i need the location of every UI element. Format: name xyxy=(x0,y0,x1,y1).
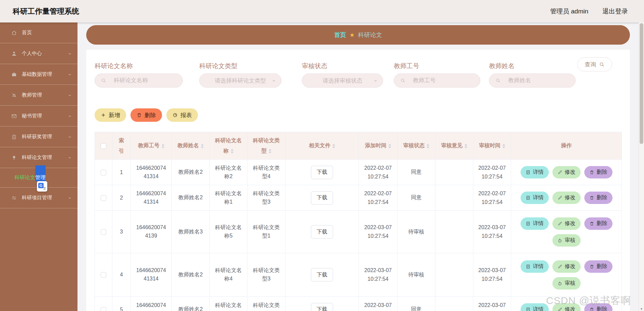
delete-button[interactable]: 删除 xyxy=(130,108,162,122)
download-button[interactable]: 下载 xyxy=(311,303,333,311)
translate-popup[interactable]: G 文 xyxy=(37,181,47,192)
breadcrumb-home-link[interactable]: 首页 xyxy=(334,31,346,39)
col-header-added[interactable]: 添加时间 xyxy=(359,132,397,160)
detail-button[interactable]: 详情 xyxy=(521,303,549,311)
cell-paper-name: 科研论文名称1 xyxy=(210,185,248,211)
sort-caret-icon[interactable] xyxy=(502,143,505,150)
remove-button[interactable]: 删除 xyxy=(584,217,612,230)
scrollbar-down-arrow-icon[interactable]: ▾ xyxy=(639,307,644,311)
download-button[interactable]: 下载 xyxy=(311,225,333,239)
filter-label: 审核状态 xyxy=(302,62,383,70)
cell-opinion xyxy=(435,185,473,211)
filter-teacher-name: 教师姓名 xyxy=(489,62,576,88)
sort-caret-icon[interactable] xyxy=(388,143,391,150)
filter-teacher-id: 教师工号 xyxy=(394,62,480,88)
cell-added-time: 2022-03-07 10:27:54 xyxy=(359,253,397,297)
sort-caret-icon[interactable] xyxy=(231,148,233,155)
watermark: CSDN @说书客啊 xyxy=(546,294,631,308)
row-checkbox[interactable] xyxy=(101,307,106,311)
select-placeholder: 请选择审核状态 xyxy=(323,77,363,85)
thumbs-up-icon xyxy=(557,238,562,243)
sort-caret-icon[interactable] xyxy=(465,143,467,150)
sidebar-item-paper-mgmt[interactable]: 科研论文管理 xyxy=(0,147,77,168)
edit-button[interactable]: 修改 xyxy=(552,192,581,204)
document-icon xyxy=(526,307,531,311)
pie-chart-icon xyxy=(172,112,178,118)
paper-type-select[interactable]: 请选择科研论文类型 xyxy=(199,73,281,88)
cell-teacher-name: 教师姓名2 xyxy=(172,253,210,297)
col-header-opinion[interactable]: 审核意见 xyxy=(435,132,473,160)
sort-caret-icon[interactable] xyxy=(269,148,271,155)
cell-opinion xyxy=(435,253,473,297)
download-button[interactable]: 下载 xyxy=(311,268,333,281)
sidebar-item-basic-data[interactable]: 基础数据管理 xyxy=(0,64,77,85)
row-checkbox[interactable] xyxy=(101,195,106,201)
filter-paper-type: 科研论文类型 请选择科研论文类型 xyxy=(199,62,281,88)
chevron-down-icon xyxy=(67,93,72,98)
report-button[interactable]: 报表 xyxy=(166,108,198,122)
sidebar-item-label: 科研论文管理 xyxy=(22,154,52,161)
table-row: 5 164662007441314 教师姓名2 科研论文名称3 科研论文类型1 … xyxy=(95,297,622,311)
detail-button[interactable]: 详情 xyxy=(521,192,549,204)
cell-paper-type: 科研论文类型3 xyxy=(248,185,285,211)
filter-section: 科研论文名称 科研论文类型 请选择科研论文类型 审核状态 请选择审核状态 xyxy=(95,62,622,99)
add-button[interactable]: 新增 xyxy=(95,108,126,122)
cell-paper-type: 科研论文类型4 xyxy=(248,160,285,185)
document-icon xyxy=(526,170,531,175)
col-header-teacher-id[interactable]: 教师工号 xyxy=(131,132,172,160)
remove-button[interactable]: 删除 xyxy=(584,192,612,204)
main-content: 首页 ★ 科研论文 科研论文名称 科研论文类型 请选择科研论文类型 审核 xyxy=(77,22,639,311)
current-user[interactable]: 管理员 admin xyxy=(550,7,588,16)
row-checkbox[interactable] xyxy=(101,272,106,278)
remove-button[interactable]: 删除 xyxy=(584,260,612,273)
paper-name-input[interactable] xyxy=(114,77,164,84)
detail-button[interactable]: 详情 xyxy=(521,217,549,230)
teacher-name-input[interactable] xyxy=(508,77,558,84)
sort-caret-icon[interactable] xyxy=(201,143,204,150)
detail-button[interactable]: 详情 xyxy=(521,166,549,178)
vertical-scrollbar[interactable]: ▾ xyxy=(639,22,644,311)
row-checkbox[interactable] xyxy=(101,229,106,235)
edit-button[interactable]: 修改 xyxy=(552,166,581,178)
scrollbar-thumb[interactable] xyxy=(640,23,643,144)
sort-caret-icon[interactable] xyxy=(162,143,164,150)
review-status-select[interactable]: 请选择审核状态 xyxy=(302,73,383,88)
review-button[interactable]: 审核 xyxy=(552,234,581,247)
sidebar-item-teacher-mgmt[interactable]: 教师管理 xyxy=(0,85,77,106)
home-icon xyxy=(11,30,17,36)
col-header-paper-name[interactable]: 科研论文名称 xyxy=(210,132,248,160)
edit-button[interactable]: 修改 xyxy=(552,217,581,230)
cell-teacher-id: 16466200744139 xyxy=(131,211,172,253)
sidebar-item-secretary-mgmt[interactable]: 秘书管理 xyxy=(0,106,77,126)
row-checkbox[interactable] xyxy=(101,170,106,175)
detail-button[interactable]: 详情 xyxy=(521,260,549,273)
trash-icon xyxy=(589,195,594,200)
sort-caret-icon[interactable] xyxy=(427,143,429,150)
remove-button[interactable]: 删除 xyxy=(584,166,612,178)
col-header-review-time[interactable]: 审核时间 xyxy=(473,132,511,160)
logout-link[interactable]: 退出登录 xyxy=(602,7,628,16)
edit-button[interactable]: 修改 xyxy=(552,260,581,273)
top-header: 科研工作量管理系统 管理员 admin 退出登录 xyxy=(0,0,644,22)
sort-caret-icon[interactable] xyxy=(332,143,335,150)
review-button[interactable]: 审核 xyxy=(552,277,581,290)
table-row: 1 164662007441314 教师姓名2 科研论文名称2 科研论文类型4 … xyxy=(95,160,622,185)
chevron-down-icon xyxy=(67,135,72,139)
download-button[interactable]: 下载 xyxy=(311,166,333,179)
col-header-file[interactable]: 相关文件 xyxy=(285,132,359,160)
cell-index: 4 xyxy=(112,253,131,297)
col-header-paper-type[interactable]: 科研论文类型 xyxy=(248,132,285,160)
download-button[interactable]: 下载 xyxy=(311,191,333,205)
sidebar-item-home[interactable]: 首页 xyxy=(0,22,77,43)
col-header-status[interactable]: 审核状态 xyxy=(397,132,435,160)
teacher-id-input[interactable] xyxy=(413,77,463,84)
query-button[interactable]: 查询 xyxy=(577,57,612,71)
col-header-teacher-name[interactable]: 教师姓名 xyxy=(172,132,210,160)
col-header-ops: 操作 xyxy=(511,132,622,160)
sliders-icon xyxy=(11,195,17,201)
sidebar-item-award-mgmt[interactable]: 科研获奖管理 xyxy=(0,126,77,147)
submenu-label-part: 科研论文 xyxy=(14,174,35,181)
pen-icon xyxy=(557,264,562,269)
sidebar-item-profile[interactable]: 个人中心 xyxy=(0,43,77,64)
select-all-checkbox[interactable] xyxy=(101,143,106,149)
